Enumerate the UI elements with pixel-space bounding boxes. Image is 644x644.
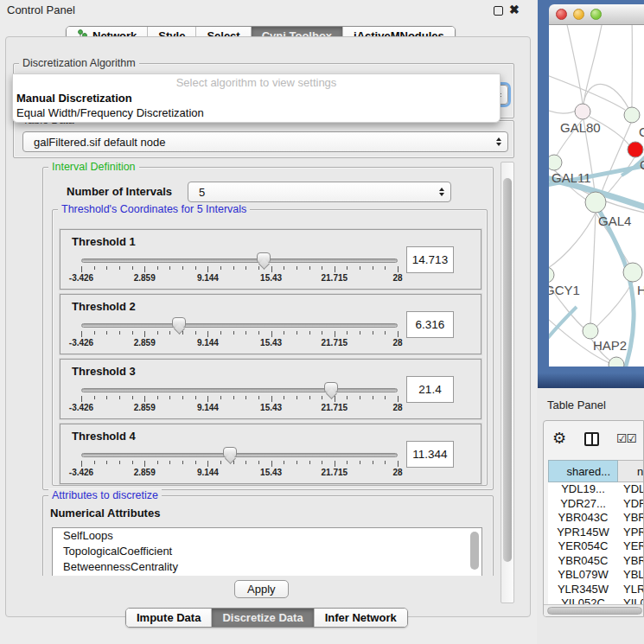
table-cell[interactable]: YBL0: [618, 568, 644, 583]
horizontal-scrollbar[interactable]: [544, 604, 644, 616]
slider-thumb[interactable]: [324, 382, 338, 393]
network-edge[interactable]: [549, 73, 625, 110]
slider-tick: [398, 461, 399, 467]
number-of-intervals-combobox[interactable]: 5: [188, 182, 451, 202]
numerical-attributes-list[interactable]: SelfLoopsTopologicalCoefficientBetweenne…: [52, 527, 482, 576]
network-node[interactable]: [549, 155, 562, 170]
table-cell[interactable]: YIL0: [618, 596, 644, 604]
threshold-value-field[interactable]: 14.713: [406, 246, 454, 273]
network-node[interactable]: [623, 263, 642, 282]
threshold-value-field[interactable]: 21.4: [406, 376, 454, 403]
slider-track[interactable]: [81, 388, 398, 392]
slider-tick: [132, 266, 133, 270]
zoom-window-icon[interactable]: [590, 9, 602, 20]
network-canvas[interactable]: GAL80GACGAL11GAL4GCY1HHAP2: [549, 25, 644, 367]
table-cell[interactable]: YDR27...: [548, 497, 618, 512]
slider-thumb[interactable]: [172, 317, 186, 328]
threshold-value-field[interactable]: 6.316: [406, 311, 454, 338]
network-node[interactable]: [583, 323, 598, 339]
network-node[interactable]: [549, 267, 554, 283]
network-node-label: GAL11: [552, 170, 591, 185]
checkbox-icons[interactable]: ☑☑: [616, 431, 636, 445]
table-row[interactable]: YLR345WYLR3: [548, 583, 644, 597]
slider-tick: [296, 266, 297, 270]
network-node[interactable]: [609, 357, 624, 367]
network-edge[interactable]: [549, 107, 577, 113]
network-node-label: GAL4: [598, 214, 631, 228]
slider-track[interactable]: [81, 453, 398, 457]
network-edge[interactable]: [583, 25, 603, 104]
list-scrollbar-thumb[interactable]: [470, 532, 479, 570]
network-edge[interactable]: [604, 157, 634, 197]
table-cell[interactable]: YER0: [618, 539, 644, 554]
table-row[interactable]: YBL079WYBL0: [548, 568, 644, 583]
slider-tick: [94, 331, 95, 335]
network-node[interactable]: [624, 107, 640, 123]
slider-tick: [258, 266, 259, 270]
table-data-combobox[interactable]: galFiltered.sif default node: [22, 131, 508, 152]
algorithm-option-equal-width[interactable]: Equal Width/Frequency Discretization: [16, 106, 497, 121]
column-header-shared[interactable]: shared...: [548, 460, 618, 482]
table-cell[interactable]: YBL079W: [548, 568, 618, 583]
slider-tick: [360, 396, 360, 399]
attribute-list-item[interactable]: SelfLoops: [53, 528, 481, 544]
minimize-window-icon[interactable]: [573, 9, 584, 20]
table-row[interactable]: YIL052CYIL0: [548, 596, 644, 604]
settings-scrollbar[interactable]: [501, 162, 514, 603]
network-node[interactable]: [575, 104, 590, 119]
slider-tick: [94, 396, 95, 399]
column-header-name[interactable]: na: [618, 460, 644, 482]
table-cell[interactable]: YDL1: [618, 482, 644, 497]
network-edge[interactable]: [566, 25, 583, 104]
close-window-icon[interactable]: [556, 9, 567, 20]
table-cell[interactable]: YBR043C: [548, 511, 618, 526]
table-cell[interactable]: YDL19...: [548, 482, 618, 497]
table-row[interactable]: YDL19...YDL1: [548, 482, 644, 497]
horizontal-scrollbar-thumb[interactable]: [547, 607, 642, 615]
table-cell[interactable]: YPR1: [618, 526, 644, 540]
split-columns-icon[interactable]: [584, 432, 599, 446]
table-cell[interactable]: YER054C: [548, 539, 618, 554]
algorithm-option-manual[interactable]: Manual Discretization: [16, 92, 497, 106]
network-window-titlebar[interactable]: [549, 4, 644, 25]
network-edge[interactable]: [590, 213, 596, 323]
table-cell[interactable]: YBR0: [618, 511, 644, 526]
network-edge[interactable]: [596, 282, 633, 327]
tab-discretize-data[interactable]: Discretize Data: [211, 609, 313, 627]
network-edge[interactable]: [549, 213, 596, 268]
attribute-list-item[interactable]: BetweennessCentrality: [53, 559, 481, 575]
tab-impute-data[interactable]: Impute Data: [126, 609, 211, 627]
close-panel-icon[interactable]: ✖: [509, 3, 520, 16]
apply-button[interactable]: Apply: [234, 580, 289, 598]
table-row[interactable]: YER054CYER0: [548, 539, 644, 554]
table-row[interactable]: YPR145WYPR1: [548, 526, 644, 540]
table-cell[interactable]: YBR045C: [548, 554, 618, 569]
network-node[interactable]: [628, 142, 643, 157]
tab-infer-network[interactable]: Infer Network: [314, 609, 407, 627]
table-cell[interactable]: YBR0: [618, 554, 644, 569]
slider-track[interactable]: [81, 258, 398, 263]
table-cell[interactable]: YIL052C: [548, 596, 618, 604]
slider-tick-label: 2.859: [134, 338, 156, 348]
attribute-list-item[interactable]: TopologicalCoefficient: [53, 544, 481, 559]
network-node[interactable]: [585, 192, 606, 213]
table-row[interactable]: YBR043CYBR0: [548, 511, 644, 526]
table-row[interactable]: YDR27...YDR2: [548, 497, 644, 512]
table-cell[interactable]: YLR3: [618, 583, 644, 597]
slider-tick: [385, 396, 386, 399]
slider-thumb[interactable]: [223, 447, 237, 458]
table-cell[interactable]: YDR2: [618, 497, 644, 512]
table-cell[interactable]: YLR345W: [548, 583, 618, 597]
threshold-value-field[interactable]: 11.344: [406, 441, 454, 468]
slider-thumb[interactable]: [257, 252, 271, 264]
float-window-icon[interactable]: [494, 6, 503, 16]
gear-icon[interactable]: ⚙: [552, 429, 566, 448]
slider-tick: [220, 461, 221, 464]
settings-scrollbar-thumb[interactable]: [503, 178, 512, 562]
slider-tick: [360, 266, 360, 270]
algorithm-dropdown-popup: Select algorithm to view settings Manual…: [12, 73, 501, 123]
slider-track[interactable]: [81, 323, 398, 328]
slider-tick: [207, 396, 208, 402]
table-cell[interactable]: YPR145W: [548, 526, 618, 540]
table-row[interactable]: YBR045CYBR0: [548, 554, 644, 569]
